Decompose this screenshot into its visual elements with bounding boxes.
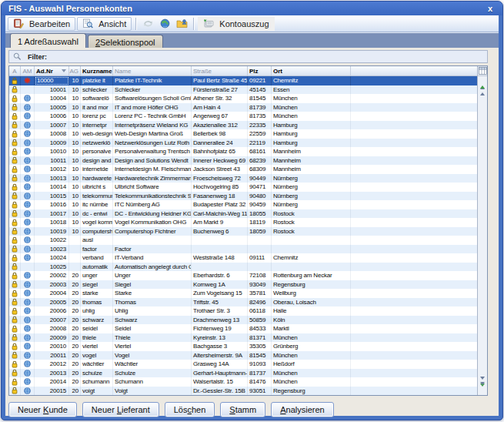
cell-strasse: Budapester Platz 32	[192, 200, 248, 209]
ansicht-button[interactable]: Ansicht	[77, 17, 132, 31]
table-row[interactable]: 2001220wächtlerWächtlerGrasweg 14A91093H…	[9, 360, 477, 369]
table-row[interactable]: 2000420starkeStarkeZum Vogelsang 1535781…	[9, 289, 477, 298]
cell-kurzname: schwarz	[81, 316, 113, 325]
cell-plz: 81476	[248, 377, 272, 387]
scroll-to-top-button[interactable]	[478, 76, 487, 83]
table-row[interactable]: 2000720schwarzSchwarzDrachmenweg 1350859…	[9, 316, 477, 325]
lock-icon	[12, 360, 18, 368]
cell-filler	[351, 306, 477, 316]
table-row[interactable]: 1000910netzwerklöNetzwerklösungen Lutz R…	[9, 139, 477, 148]
neuer-lieferant-button[interactable]: Neuer Lieferant	[82, 402, 159, 417]
cell-adnr: 20007	[35, 316, 69, 325]
table-row[interactable]: 1000510it and morIT and more Höfler OHGA…	[9, 103, 477, 112]
table-row[interactable]: 2001120vogelVogelAltersheimerstr. 9A8154…	[9, 351, 477, 360]
cell-filler	[351, 236, 477, 245]
table-row[interactable]: 1001110design andDesign and Solutions We…	[9, 156, 477, 166]
cell-name: Computershop Fichtner	[113, 227, 192, 236]
scroll-to-bottom-button[interactable]	[478, 388, 487, 395]
tab-adressauswahl[interactable]: 1 Adreßauswahl	[10, 33, 86, 48]
table-row[interactable]: 1000010platzke itPlatzke IT-TechnikPaul …	[9, 76, 477, 85]
header-am[interactable]: AM	[21, 66, 35, 75]
globe-icon	[24, 201, 31, 208]
table-row[interactable]: 2000820seidelSeidelFichtenweg 1984533Mar…	[9, 324, 477, 333]
cell-am	[21, 174, 35, 183]
neuer-kunde-button[interactable]: Neuer Kunde	[8, 402, 77, 417]
close-button[interactable]: x	[484, 3, 496, 14]
filter-magnifier-icon[interactable]	[13, 52, 22, 61]
table-row[interactable]: 10022ausl	[9, 236, 477, 245]
table-row[interactable]: 1001510telekommunTelekommunikationstechn…	[9, 192, 477, 201]
table-row[interactable]: 2000520thomasThomasTriftstr. 4582496Ober…	[9, 298, 477, 307]
customer-folder-icon[interactable]	[174, 17, 189, 31]
bearbeiten-button[interactable]: Bearbeiten	[8, 17, 75, 31]
cell-ort: Chemnitz	[272, 76, 351, 85]
lock-icon	[12, 95, 18, 102]
cell-am	[21, 112, 35, 121]
cell-locked	[9, 174, 21, 183]
header-ag[interactable]: AG	[69, 66, 81, 75]
cell-locked	[9, 94, 21, 103]
globe-icon	[24, 175, 31, 182]
table-row[interactable]: 1000810web-designWeb-Design Martina Groß…	[9, 129, 477, 139]
cell-locked	[9, 85, 21, 95]
table-row[interactable]: 1001010personalvePersonalverwaltung Tren…	[9, 147, 477, 156]
header-name[interactable]: Name	[113, 66, 192, 75]
table-row[interactable]: 2000920thieleThieleKyreinstr. 1381371Mün…	[9, 333, 477, 343]
stamm-button[interactable]: Stamm	[220, 402, 265, 417]
table-row[interactable]: 2000320siegelSiegelKornweg 1A93049Regens…	[9, 280, 477, 290]
table-row[interactable]: 1001210internetdeInternetdesign M. Fleis…	[9, 165, 477, 174]
table-row[interactable]: 1001310hardwareteHardwaretechnik Zimmerm…	[9, 174, 477, 183]
cell-strasse: Dr.-Gessler-Str. 15B	[192, 387, 248, 396]
scroll-up-button[interactable]	[478, 90, 487, 97]
header-plz[interactable]: Plz	[248, 66, 272, 75]
cell-adnr: 10006	[35, 112, 69, 121]
table-row[interactable]: 1000410softwarelöSoftwarelösungen Scholl…	[9, 94, 477, 103]
table-row[interactable]: 10025automatikAutomatisch angelegt durch…	[9, 263, 477, 272]
table-row[interactable]: 1000110schleckerSchleckerFürstenstraße 2…	[9, 85, 477, 95]
table-row[interactable]: 10024verbandIT-VerbandWeststraße 1480911…	[9, 253, 477, 263]
table-row[interactable]: 2001020viertelViertelBachgasse 335305Grü…	[9, 342, 477, 351]
cell-locked	[9, 147, 21, 156]
header-kurzname[interactable]: Kurzname	[81, 66, 113, 75]
table-row[interactable]: 2001420schumannSchumannWalsertalstr. 158…	[9, 377, 477, 387]
header-ort[interactable]: Ort	[272, 66, 351, 75]
table-row[interactable]: 2001320schulzeSchulzeGerhart-Hauptmann-R…	[9, 369, 477, 378]
cell-ort: Marktl	[272, 324, 351, 333]
history-icon[interactable]	[140, 17, 155, 31]
cell-ag: 10	[69, 192, 81, 201]
cell-filler	[351, 387, 477, 396]
scroll-up-group-button[interactable]	[478, 83, 487, 90]
analysieren-button[interactable]: Analysieren	[271, 402, 333, 417]
header-locked[interactable]: A	[9, 66, 21, 75]
table-row[interactable]: 2000620uhligUhligTrothaer Str. 306118Hal…	[9, 306, 477, 316]
loeschen-button[interactable]: Löschen	[165, 402, 215, 417]
table-row[interactable]: 2001520voigtVoigtDr.-Gessler-Str. 15B930…	[9, 387, 477, 396]
cell-strasse: Kornweg 1A	[192, 280, 248, 290]
cell-kurzname: ausl	[81, 236, 113, 245]
cell-plz: 81737	[248, 369, 272, 378]
cell-plz: 22119	[248, 139, 272, 148]
globe-toolbar-icon[interactable]	[157, 17, 172, 31]
cell-filler	[351, 333, 477, 343]
table-row[interactable]: 1001410ulbricht sUlbricht SoftwareHochvo…	[9, 183, 477, 192]
table-row[interactable]: 1000610lorenz pcLorenz PC - Technik GmbH…	[9, 112, 477, 121]
header-strasse[interactable]: Straße	[192, 66, 248, 75]
table-row[interactable]: 2000220ungerUngerEberhardstr. 672108Rott…	[9, 271, 477, 280]
table-row[interactable]: 1001810vogel kommVogel Kommunikation OHG…	[9, 218, 477, 227]
cell-am	[21, 316, 35, 325]
globe-icon	[24, 254, 31, 261]
table-row[interactable]: 1001610itc nürnbeITC Nürnberg AGBudapest…	[9, 200, 477, 209]
header-adnr[interactable]: Ad.Nr	[35, 66, 69, 75]
cell-adnr: 20010	[35, 342, 69, 351]
kontoauszug-button[interactable]: Kontoauszug	[198, 17, 274, 31]
table-row[interactable]: 1001910computershComputershop FichtnerBu…	[9, 227, 477, 236]
table-row[interactable]: 10023factorFactor	[9, 245, 477, 254]
scroll-down-button[interactable]	[478, 374, 487, 381]
cell-strasse: Kyreinstr. 13	[192, 333, 248, 343]
table-row[interactable]: 1000710internetprInternetpräsenz Wieland…	[9, 121, 477, 130]
tab-selektionspool[interactable]: 2 Selektionspool	[88, 35, 163, 48]
table-row[interactable]: 1001710dc - entwiDC - Entwicklung Heidne…	[9, 209, 477, 219]
cell-ag: 10	[69, 147, 81, 156]
cell-locked	[9, 139, 21, 148]
cell-filler	[351, 324, 477, 333]
